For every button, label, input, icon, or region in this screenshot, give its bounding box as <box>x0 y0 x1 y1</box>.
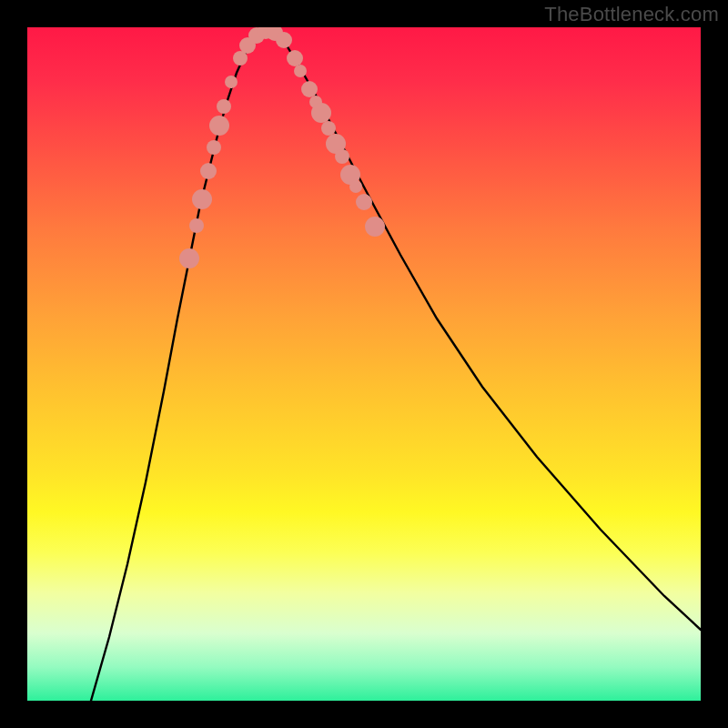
marker-point <box>179 248 199 268</box>
marker-point <box>311 103 331 123</box>
marker-point <box>294 65 307 77</box>
marker-point <box>192 189 212 209</box>
chart-svg <box>27 27 701 701</box>
watermark-text: TheBottleneck.com <box>544 3 719 26</box>
curve-layer <box>91 29 701 701</box>
marker-layer <box>179 27 385 268</box>
marker-point <box>335 149 349 164</box>
marker-point <box>356 194 372 210</box>
marker-point <box>225 76 238 88</box>
marker-point <box>349 180 362 193</box>
chart-frame: TheBottleneck.com <box>0 0 728 728</box>
marker-point <box>217 99 231 114</box>
marker-point <box>189 218 204 233</box>
marker-point <box>276 32 292 48</box>
marker-point <box>287 50 303 66</box>
marker-point <box>301 81 318 97</box>
marker-point <box>321 121 336 136</box>
marker-point <box>209 116 229 136</box>
plot-area <box>27 27 701 701</box>
marker-point <box>207 140 221 155</box>
bottleneck-curve-path <box>91 29 701 701</box>
marker-point <box>365 217 385 237</box>
marker-point <box>200 163 217 179</box>
